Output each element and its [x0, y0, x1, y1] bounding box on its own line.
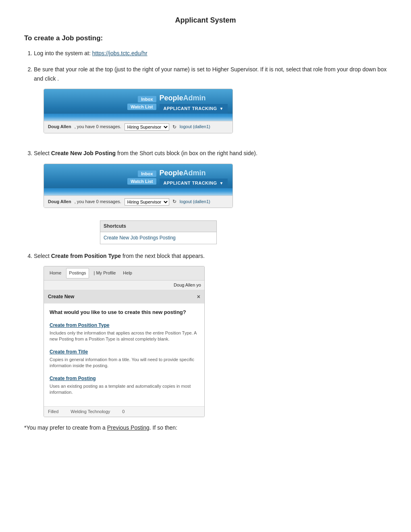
pa-footer-1: Doug Allen , you have 0 messages. Hiring… — [44, 121, 232, 133]
footer-role-select-1[interactable]: Hiring Supervisor — [125, 123, 169, 131]
footer-logout-1[interactable]: logout (dallen1) — [180, 123, 210, 131]
inbox-button-2[interactable]: Inbox — [138, 170, 156, 177]
create-new-dialog: Home Postings | My Profile Help Doug All… — [44, 266, 205, 417]
step-1-link[interactable]: https://jobs.tctc.edu/hr — [92, 50, 147, 56]
create-new-nav: Home Postings | My Profile Help — [44, 266, 204, 281]
create-new-topbar: Doug Allen yo — [44, 281, 204, 291]
pa-wave-1 — [44, 114, 232, 121]
footer-msg-2: , you have 0 messages. — [75, 198, 121, 206]
nav-help[interactable]: Help — [120, 268, 135, 278]
nav-myprofile[interactable]: | My Profile — [91, 268, 118, 278]
step-4: Select Create from Position Type from th… — [34, 251, 387, 417]
pa-brand-2: PeopleAdmin APPLICANT TRACKING ▼ — [160, 167, 228, 188]
option-posting: Create from Posting Uses an existing pos… — [50, 375, 199, 396]
note-before: *You may prefer to create from a — [24, 424, 107, 431]
create-new-body: What would you like to use to create thi… — [44, 303, 204, 406]
step-4-after: from the next block that appears. — [121, 253, 205, 259]
close-icon[interactable]: × — [197, 292, 200, 301]
nav-home[interactable]: Home — [47, 268, 64, 278]
note-line: *You may prefer to create from a Previou… — [24, 424, 387, 431]
footer-refresh-icon-1[interactable]: ↻ — [172, 123, 176, 131]
step-1-text: Log into the system at: — [34, 50, 92, 56]
option-title: Create from Title Copies in general info… — [50, 348, 199, 369]
create-from-posting-link[interactable]: Create from Posting — [50, 376, 96, 381]
create-new-footer: Filled Welding Technology 0 — [44, 406, 204, 417]
previous-posting-link[interactable]: Previous Posting — [107, 424, 149, 431]
option-title-desc: Copies in general information from a tit… — [50, 357, 199, 369]
option-posting-desc: Uses an existing posting as a template a… — [50, 383, 199, 396]
footer-col2: Welding Technology — [71, 408, 110, 416]
footer-user-2: Doug Allen — [48, 198, 71, 206]
footer-col3: 0 — [122, 408, 125, 416]
option-position-type-desc: Includes only the information that appli… — [50, 330, 199, 343]
step-2-text: Be sure that your role at the top (just … — [34, 66, 386, 81]
create-new-job-postings-link[interactable]: Create New Job Postings Posting — [104, 235, 176, 241]
pa-brand-1: PeopleAdmin APPLICANT TRACKING ▼ — [160, 92, 228, 113]
watchlist-button-2[interactable]: Watch List — [127, 178, 156, 185]
shortcuts-block: Shortcuts Create New Job Postings Postin… — [100, 220, 217, 244]
footer-col1: Filled — [48, 408, 58, 416]
footer-logout-2[interactable]: logout (dallen1) — [180, 198, 210, 206]
footer-user-1: Doug Allen — [48, 123, 71, 131]
tracking-arrow-1: ▼ — [220, 106, 224, 112]
step-4-before: Select — [34, 253, 51, 259]
footer-refresh-icon-2[interactable]: ↻ — [172, 198, 176, 206]
create-new-title: Create New — [48, 293, 74, 301]
tracking-arrow-2: ▼ — [220, 180, 224, 187]
step-4-bold: Create from Position Type — [51, 253, 121, 259]
step-3-after: from the Short cuts block (in box on the… — [116, 150, 257, 156]
inbox-button-1[interactable]: Inbox — [138, 96, 156, 102]
shortcuts-header: Shortcuts — [100, 221, 216, 232]
step-3-bold: Create New Job Posting — [51, 150, 116, 156]
pa-header-1: Inbox Watch List PeopleAdmin APPLICANT T… — [44, 89, 232, 121]
pa-wave-2 — [44, 188, 232, 195]
tracking-label-2: APPLICANT TRACKING — [164, 180, 217, 187]
footer-msg-1: , you have 0 messages. — [75, 123, 121, 131]
brand-people-1: People — [160, 94, 183, 102]
tracking-label-1: APPLICANT TRACKING — [164, 105, 217, 112]
create-new-heading: What would you like to use to create thi… — [50, 308, 199, 317]
page-title: Applicant System — [24, 16, 387, 25]
step-3: Select Create New Job Posting from the S… — [34, 149, 387, 244]
create-from-title-link[interactable]: Create from Title — [50, 349, 88, 355]
brand-admin-1: Admin — [183, 94, 206, 102]
footer-role-select-2[interactable]: Hiring Supervisor — [125, 198, 169, 206]
step-2: Be sure that your role at the top (just … — [34, 65, 387, 141]
screenshot-1: Inbox Watch List PeopleAdmin APPLICANT T… — [44, 89, 233, 133]
section-title: To create a Job posting: — [24, 34, 387, 42]
watchlist-button-1[interactable]: Watch List — [127, 104, 156, 110]
note-after: . If so then: — [149, 424, 177, 431]
pa-footer-2: Doug Allen , you have 0 messages. Hiring… — [44, 195, 232, 208]
brand-admin-2: Admin — [183, 169, 206, 177]
topbar-user: Doug Allen yo — [174, 283, 201, 287]
create-from-position-type-link[interactable]: Create from Position Type — [50, 322, 109, 328]
nav-postings[interactable]: Postings — [66, 268, 89, 278]
brand-people-2: People — [160, 169, 183, 177]
screenshot-2: Inbox Watch List PeopleAdmin APPLICANT T… — [44, 164, 233, 208]
step-1: Log into the system at: https://jobs.tct… — [34, 49, 387, 58]
option-position-type: Create from Position Type Includes only … — [50, 322, 199, 343]
pa-header-2: Inbox Watch List PeopleAdmin APPLICANT T… — [44, 164, 232, 195]
step-3-before: Select — [34, 150, 51, 156]
create-new-title-bar: Create New × — [44, 290, 204, 303]
